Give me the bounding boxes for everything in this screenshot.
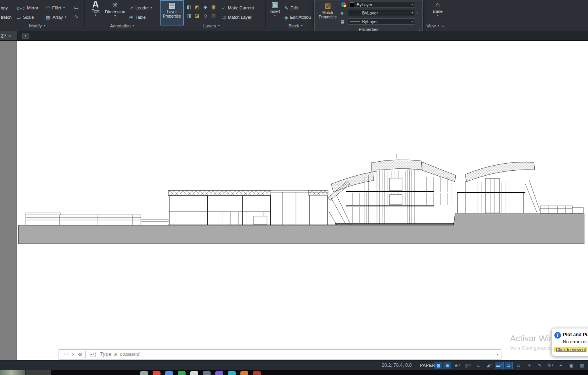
- caret-down-icon[interactable]: ▾: [437, 14, 438, 17]
- modify-panel-label[interactable]: Modify ▾: [20, 23, 55, 28]
- view-panel-label[interactable]: View ▾ ↘: [424, 23, 447, 28]
- lineweight-dropdown[interactable]: ByLayer ▾: [348, 18, 415, 25]
- properties-panel: ▨ Match Properties ≡ ≣ ByLayer ▾ ByLayer…: [314, 0, 423, 34]
- edit-attributes-button[interactable]: ◈ Edit Attribu: [284, 14, 311, 21]
- model-paper-toggle-icon[interactable]: ▦: [435, 362, 442, 369]
- panel-launcher-icon[interactable]: ↘: [441, 24, 444, 28]
- caret-down-icon[interactable]: ▾: [411, 11, 413, 14]
- layer-state-icon-3[interactable]: ◆: [201, 3, 209, 12]
- layer-state-tools: ◧◩◆▣◨◪◇▤: [185, 3, 218, 20]
- close-command-line-icon[interactable]: ×: [72, 352, 75, 357]
- array-button[interactable]: ▦ Array ▾: [46, 14, 67, 21]
- selection-cycling-icon[interactable]: □: [514, 362, 523, 369]
- copy-button[interactable]: opy: [1, 4, 8, 11]
- drawing-tab[interactable]: 2)* ×: [0, 31, 17, 40]
- app-icon-7[interactable]: [215, 371, 223, 375]
- app-icon-5[interactable]: [190, 371, 198, 375]
- app-icon-10[interactable]: [253, 371, 261, 375]
- match-layer-button[interactable]: ⇉ Match Layer: [222, 14, 251, 21]
- taskbar-preview-thumbnail[interactable]: [25, 370, 51, 375]
- plot-notification[interactable]: i Plot and Pub No errors or wa Click to …: [551, 328, 588, 356]
- text-button[interactable]: A Text ▾: [88, 0, 103, 17]
- app-icon-9[interactable]: [240, 371, 248, 375]
- workspace-settings-icon[interactable]: ⚙▾: [546, 362, 555, 369]
- polar-tracking-icon[interactable]: ◎▾: [463, 362, 473, 369]
- clean-screen-icon[interactable]: ▥: [577, 362, 587, 369]
- edit-block-button[interactable]: ✎ Edit: [284, 4, 298, 11]
- annotation-panel-label[interactable]: Annotation ▾: [103, 23, 142, 28]
- color-swatch: [350, 2, 354, 7]
- command-input[interactable]: Type a command: [100, 352, 139, 357]
- copy-nested-button[interactable]: ▭: [74, 4, 79, 11]
- lineweight-display-icon[interactable]: ▬▾: [495, 362, 504, 369]
- ortho-mode-icon[interactable]: ∟: [474, 362, 483, 369]
- command-prompt-icon[interactable]: ▸ ▾: [89, 352, 96, 357]
- new-tab-button[interactable]: +: [22, 33, 29, 39]
- command-line[interactable]: ⋮⋮ × ⚙ ▸ ▾ Type a command ▴: [59, 349, 501, 359]
- caret-down-icon[interactable]: ▾: [151, 6, 152, 9]
- caret-down-icon: ▾: [93, 353, 94, 356]
- layer-state-icon-7[interactable]: ◇: [201, 12, 209, 20]
- dimension-button[interactable]: ✳ Dimension ▾: [103, 1, 127, 18]
- layer-state-icon-2[interactable]: ◩: [193, 3, 201, 12]
- taskbar-preview-thumbnail[interactable]: [0, 370, 25, 375]
- drawing-canvas[interactable]: [17, 40, 588, 360]
- linetype-dropdown[interactable]: ByLayer ▾: [348, 10, 415, 16]
- base-view-button[interactable]: ⌂ Base ▾: [431, 1, 445, 17]
- stretch-button[interactable]: tretch: [1, 14, 12, 21]
- caret-down-icon[interactable]: ▾: [65, 16, 67, 19]
- fillet-button[interactable]: ◠ Fillet ▾: [46, 4, 65, 11]
- quick-properties-icon[interactable]: ▣: [567, 362, 576, 369]
- layer-state-icon-8[interactable]: ▤: [209, 12, 218, 20]
- caret-down-icon: ▾: [458, 364, 460, 367]
- mirror-icon: ▷◁: [17, 5, 25, 11]
- leader-button[interactable]: ↗ Leader ▾: [129, 4, 152, 11]
- annotation-visibility-icon[interactable]: ✳: [525, 362, 534, 369]
- layer-state-icon-5[interactable]: ◨: [185, 12, 193, 20]
- app-icon-3[interactable]: [165, 371, 173, 375]
- blend-curves-button[interactable]: ∿: [74, 13, 78, 20]
- close-tab-icon[interactable]: ×: [8, 33, 11, 39]
- match-properties-button[interactable]: ▨ Match Properties: [317, 2, 338, 19]
- snap-mode-icon[interactable]: ◈▾: [453, 362, 462, 369]
- layer-state-icon-1[interactable]: ◧: [185, 3, 193, 12]
- grid-display-icon[interactable]: ⊞: [444, 362, 451, 369]
- edit-icon: ✎: [284, 5, 289, 11]
- scale-button[interactable]: ▱ Scale: [17, 14, 34, 21]
- drag-handle-icon[interactable]: ⋮⋮: [62, 352, 69, 357]
- app-icon-4[interactable]: [178, 371, 186, 375]
- notification-link[interactable]: Click to view pl: [554, 347, 587, 352]
- annotation-monitor-icon[interactable]: +: [556, 362, 566, 369]
- caret-down-icon[interactable]: ▾: [274, 14, 276, 17]
- caret-down-icon[interactable]: ▾: [114, 14, 116, 18]
- layer-properties-button[interactable]: ▤ Layer Properties: [160, 0, 184, 25]
- layers-panel-label[interactable]: Layers ▾: [196, 23, 227, 28]
- app-icon-2[interactable]: [153, 371, 161, 375]
- paper-space-toggle[interactable]: PAPER: [420, 363, 435, 368]
- caret-down-icon[interactable]: ▾: [63, 6, 65, 9]
- color-wheel-icon[interactable]: [341, 2, 347, 8]
- expand-arrow-icon[interactable]: ›: [417, 11, 418, 15]
- caret-down-icon[interactable]: ▾: [411, 20, 413, 23]
- customize-wrench-icon[interactable]: ⚙: [78, 352, 83, 357]
- caret-down-icon[interactable]: ▾: [95, 14, 96, 17]
- insert-button[interactable]: ▣ Insert ▾: [267, 1, 282, 17]
- caret-down-icon[interactable]: ▾: [411, 3, 413, 6]
- table-icon: ⊞: [129, 15, 133, 20]
- app-icon-6[interactable]: [203, 371, 211, 375]
- lineweight-sample: [350, 22, 360, 22]
- recent-commands-icon[interactable]: ▴: [496, 352, 498, 356]
- mirror-button[interactable]: ▷◁ Mirror: [17, 4, 38, 11]
- object-color-dropdown[interactable]: ByLayer ▾: [348, 2, 415, 8]
- make-current-button[interactable]: ✓ Make Current: [222, 4, 254, 11]
- app-icon-1[interactable]: [140, 371, 148, 375]
- block-panel-label[interactable]: Block ▾: [280, 23, 311, 28]
- layer-state-icon-4[interactable]: ▣: [209, 3, 218, 12]
- transparency-icon[interactable]: ≣: [505, 362, 513, 369]
- table-button[interactable]: ⊞ Table: [129, 14, 146, 21]
- rectangle-tool-icon: ▭: [74, 5, 79, 10]
- annotation-autoscale-icon[interactable]: ✎: [535, 362, 545, 369]
- app-icon-8[interactable]: [228, 371, 236, 375]
- layer-state-icon-6[interactable]: ◪: [193, 12, 201, 20]
- object-snap-icon[interactable]: ◢▾: [484, 362, 494, 369]
